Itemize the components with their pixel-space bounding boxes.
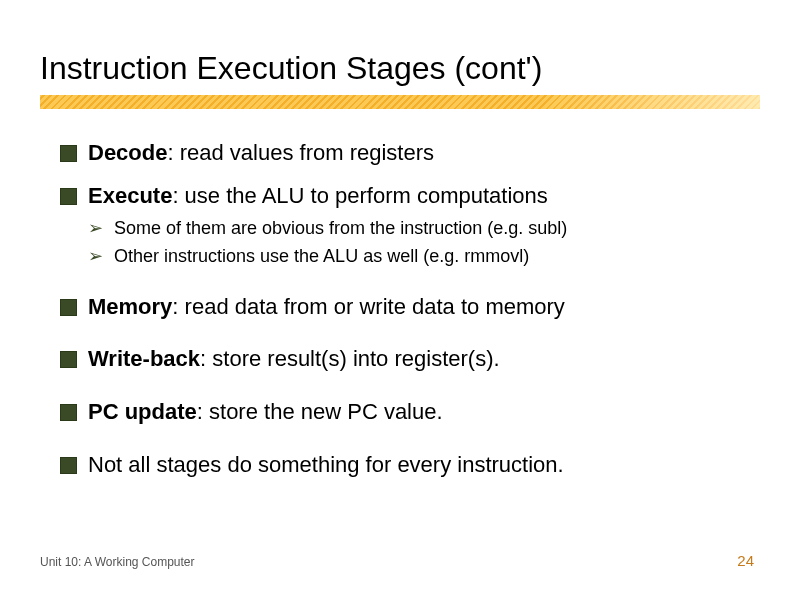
bullet-pc-update: PC update: store the new PC value.	[60, 398, 754, 427]
bullet-term: Memory	[88, 294, 172, 319]
bullet-text: : use the ALU to perform computations	[172, 183, 547, 208]
bullet-list: Decode: read values from registers Execu…	[60, 139, 754, 479]
title-underline-graphic	[40, 95, 760, 109]
bullet-text: : read values from registers	[167, 140, 434, 165]
bullet-memory: Memory: read data from or write data to …	[60, 293, 754, 322]
bullet-term: PC update	[88, 399, 197, 424]
slide-title: Instruction Execution Stages (cont')	[40, 50, 754, 87]
bullet-term: Write-back	[88, 346, 200, 371]
bullet-note: Not all stages do something for every in…	[60, 451, 754, 480]
footer-page-number: 24	[737, 552, 754, 569]
slide-content: Decode: read values from registers Execu…	[40, 139, 754, 479]
bullet-text: : read data from or write data to memory	[172, 294, 565, 319]
bullet-text: : store result(s) into register(s).	[200, 346, 500, 371]
bullet-text: : store the new PC value.	[197, 399, 443, 424]
sub-bullet: Some of them are obvious from the instru…	[88, 216, 754, 240]
bullet-write-back: Write-back: store result(s) into registe…	[60, 345, 754, 374]
sub-bullet-list: Some of them are obvious from the instru…	[88, 216, 754, 269]
footer-unit-label: Unit 10: A Working Computer	[40, 555, 195, 569]
bullet-term: Decode	[88, 140, 167, 165]
sub-bullet: Other instructions use the ALU as well (…	[88, 244, 754, 268]
bullet-text: Not all stages do something for every in…	[88, 452, 564, 477]
bullet-execute: Execute: use the ALU to perform computat…	[60, 182, 754, 269]
bullet-term: Execute	[88, 183, 172, 208]
bullet-decode: Decode: read values from registers	[60, 139, 754, 168]
